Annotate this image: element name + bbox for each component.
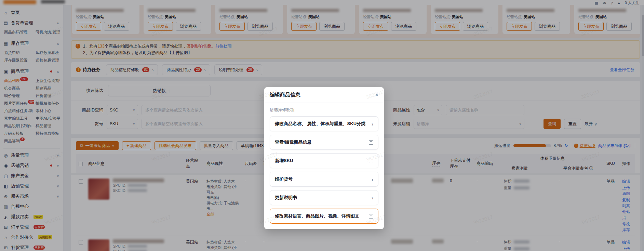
modal-option[interactable]: 修改商品名称、 属性、体积与重量、SKU分类 › xyxy=(270,116,378,131)
edit-product-modal: 编辑商品信息 × 请选择修改项: 修改商品名称、 属性、体积与重量、SKU分类 … xyxy=(264,87,384,229)
external-link-icon xyxy=(369,159,373,163)
chevron-right-icon: › xyxy=(372,195,373,201)
external-link-icon xyxy=(369,214,373,219)
modal-option[interactable]: 维护货号 › xyxy=(270,172,378,187)
modal-title: 编辑商品信息 xyxy=(270,92,300,98)
modal-option-list: 修改商品名称、 属性、体积与重量、SKU分类 › 查看/编辑商品信息 新增SKU xyxy=(270,116,378,224)
modal-option[interactable]: 修改素材语言、商品图片、视频、详情图文 xyxy=(270,209,378,224)
modal-subtitle: 请选择修改项: xyxy=(270,107,378,113)
chevron-right-icon: › xyxy=(372,121,373,127)
modal-option[interactable]: 查看/编辑商品信息 xyxy=(270,135,378,150)
modal-option[interactable]: 新增SKU xyxy=(270,153,378,168)
external-link-icon xyxy=(369,140,373,145)
chevron-right-icon: › xyxy=(372,176,373,182)
modal-option[interactable]: 更新说明书 › xyxy=(270,190,378,205)
close-icon[interactable]: × xyxy=(375,92,378,98)
